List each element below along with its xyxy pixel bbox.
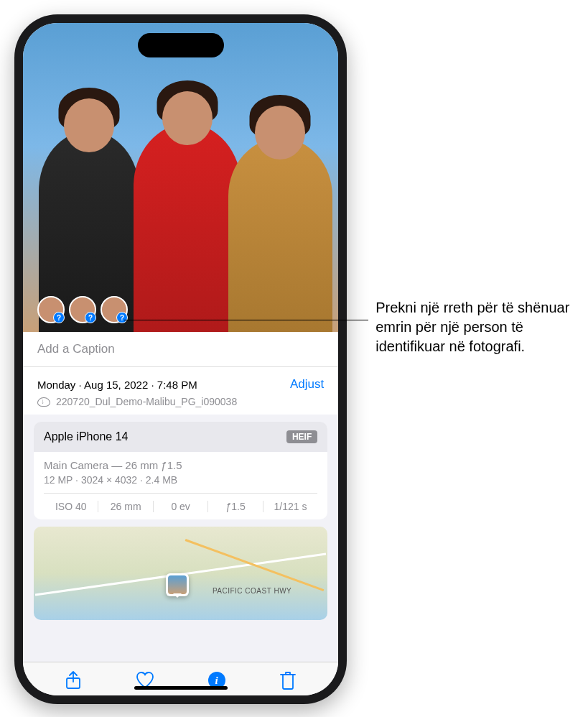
unidentified-badge-icon: ? (116, 312, 128, 323)
bottom-toolbar: i (23, 662, 338, 695)
exif-shutter: 1/121 s (263, 501, 317, 512)
unidentified-badge-icon: ? (53, 312, 65, 323)
location-map[interactable]: PACIFIC COAST HWY (34, 527, 327, 620)
filename-row: 220720_Dul_Demo-Malibu_PG_i090038 (37, 396, 324, 407)
callout-line (124, 320, 368, 320)
caption-input[interactable]: Add a Caption (23, 332, 338, 367)
share-button[interactable] (64, 671, 83, 690)
device-name-label: Apple iPhone 14 (44, 430, 128, 443)
face-circle-2[interactable]: ? (69, 296, 96, 323)
delete-button[interactable] (279, 671, 297, 690)
phone-screen: ? ? ? Add a Caption Monday · Aug 15, 202… (23, 23, 338, 695)
map-photo-pin[interactable] (166, 573, 189, 596)
callout-text: Prekni një rreth për të shënuar emrin pë… (375, 300, 569, 354)
phone-frame: ? ? ? Add a Caption Monday · Aug 15, 202… (14, 14, 347, 704)
photo-viewer[interactable]: ? ? ? (23, 23, 338, 332)
photo-subject (134, 124, 241, 332)
camera-info-card: Apple iPhone 14 HEIF Main Camera — 26 mm… (34, 422, 327, 519)
exif-iso: ISO 40 (44, 501, 98, 512)
exif-row: ISO 40 26 mm 0 ev ƒ1.5 1/121 s (44, 493, 317, 512)
face-detection-circles: ? ? ? (37, 296, 128, 323)
info-panel: Add a Caption Monday · Aug 15, 2022 · 7:… (23, 332, 338, 662)
annotation-callout: Prekni një rreth për të shënuar emrin pë… (375, 298, 574, 356)
adjust-button[interactable]: Adjust (290, 377, 324, 392)
icloud-download-icon (37, 397, 50, 407)
home-indicator[interactable] (134, 686, 228, 690)
photo-subject (228, 138, 332, 332)
exif-ev: 0 ev (154, 501, 208, 512)
map-road-label: PACIFIC COAST HWY (213, 587, 291, 595)
map-road-decoration (185, 539, 323, 591)
format-badge: HEIF (286, 430, 317, 443)
date-time-label: Monday · Aug 15, 2022 · 7:48 PM (37, 379, 197, 391)
unidentified-badge-icon: ? (85, 312, 96, 323)
exif-focal: 26 mm (98, 501, 153, 512)
lens-info-label: Main Camera — 26 mm ƒ1.5 (44, 459, 317, 471)
face-circle-1[interactable]: ? (37, 296, 65, 323)
dynamic-island (138, 33, 224, 57)
date-section: Monday · Aug 15, 2022 · 7:48 PM Adjust 2… (23, 367, 338, 415)
resolution-info-label: 12 MP · 3024 × 4032 · 2.4 MB (44, 474, 317, 486)
exif-aperture: ƒ1.5 (208, 501, 263, 512)
filename-label: 220720_Dul_Demo-Malibu_PG_i090038 (56, 396, 237, 407)
